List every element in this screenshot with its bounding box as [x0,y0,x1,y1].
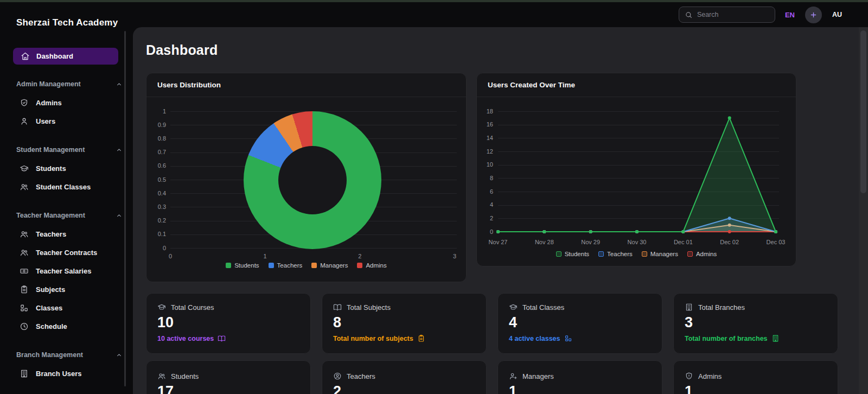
sidebar-item-student-classes[interactable]: Student Classes [13,177,133,196]
sidebar-section-student-management: Student ManagementStudentsStudent Classe… [13,145,133,196]
stat-footer-link[interactable]: 10 active courses [157,334,299,342]
users-icon [157,372,166,380]
sidebar-item-label: Teacher Contracts [36,249,97,257]
stats-row: Total Courses1010 active coursesTotal Su… [146,293,846,354]
data-point-students [728,116,731,119]
avatar[interactable]: AU [832,11,842,18]
section-header-student-management[interactable]: Student Management [16,145,130,155]
sidebar-item-users[interactable]: Users [13,112,133,130]
sidebar-item-admins[interactable]: Admins [13,93,133,112]
data-point-teachers [728,217,731,220]
page-title: Dashboard [146,42,846,58]
legend-item-students[interactable]: Students [556,251,589,257]
y-tick-label: 0 [151,245,166,251]
legend-swatch [642,251,647,257]
sidebar-scrollbar[interactable] [124,31,126,386]
sidebar-item-teachers[interactable]: Teachers [13,225,133,243]
sidebar-item-teacher-salaries[interactable]: Teacher Salaries [13,262,133,280]
home-icon [21,52,30,61]
building-icon [20,369,29,378]
clock-icon [20,322,29,331]
sidebar-item-label: Subjects [36,285,65,294]
users-icon [20,182,29,192]
sidebar-item-classes[interactable]: Classes [13,298,133,317]
stat-card-total-subjects: Total Subjects8Total number of subjects [322,293,487,354]
data-point-students [681,230,685,233]
stat-card-total-branches: Total Branches3Total number of branches [673,293,838,354]
x-tick-label: Nov 27 [489,239,508,245]
chevron-up-icon [115,212,123,220]
chart-title: Users Distribution [157,81,221,89]
sidebar-item-schedule[interactable]: Schedule [13,317,133,335]
sidebar-item-label: Student Classes [36,183,91,191]
user-card-label: Admins [698,372,722,380]
banknote-icon [20,266,29,276]
data-point-admins [728,230,731,233]
search-input[interactable] [697,11,769,18]
users-distribution-chart: 10.90.80.70.60.50.40.30.20.100123Student… [146,97,466,282]
sidebar-nav: DashboardAdmin ManagementAdminsUsersStud… [0,48,133,383]
sidebar-item-label: Branch Users [36,370,82,378]
stat-value: 10 [157,314,299,331]
chart-legend: StudentsTeachersManagersAdmins [477,251,796,257]
sidebar-item-teacher-contracts[interactable]: Teacher Contracts [13,243,133,262]
y-tick-label: 0.1 [151,231,166,237]
search-box[interactable] [679,7,775,23]
x-tick-label: Dec 02 [720,239,739,245]
sidebar-item-dashboard[interactable]: Dashboard [13,48,118,65]
y-tick-label: 8 [479,175,493,181]
legend-item-managers[interactable]: Managers [311,262,348,269]
legend-item-students[interactable]: Students [226,262,259,269]
shield-alert-icon [685,372,693,380]
legend-item-admins[interactable]: Admins [687,251,717,257]
y-tick-label: 0 [479,228,493,235]
y-tick-label: 16 [479,121,493,128]
legend-label: Admins [696,251,717,257]
legend-item-teachers[interactable]: Teachers [598,251,633,257]
sidebar-item-students[interactable]: Students [13,159,133,177]
sidebar-item-branch-users[interactable]: Branch Users [13,364,133,383]
scrollbar-thumb[interactable] [860,30,866,193]
legend-item-admins[interactable]: Admins [357,262,386,269]
legend-item-teachers[interactable]: Teachers [269,262,303,269]
section-label: Teacher Management [16,212,85,219]
stat-footer-link[interactable]: Total number of branches [685,334,827,342]
sidebar-item-subjects[interactable]: Subjects [13,280,133,298]
y-tick-label: 18 [479,108,493,115]
legend-item-managers[interactable]: Managers [642,251,678,257]
stat-footer-link[interactable]: Total number of subjects [333,334,475,342]
page-scrollbar[interactable] [859,27,868,394]
stat-label: Total Courses [171,303,214,312]
x-tick-label: Dec 03 [767,239,786,245]
y-tick-label: 0.7 [151,149,166,155]
layout-icon [20,303,29,313]
users-icon [20,230,29,239]
sidebar-item-label: Admins [36,99,62,107]
section-header-admin-management[interactable]: Admin Management [16,79,130,89]
stat-card-header: Total Classes [509,303,651,312]
legend-label: Teachers [277,262,303,269]
x-tick-label: Nov 28 [535,239,554,245]
user-card-header: Admins [685,372,827,380]
graduation-cap-icon [509,303,518,312]
section-header-branch-management[interactable]: Branch Management [16,350,130,360]
add-button[interactable] [805,7,822,23]
plus-icon [809,10,818,20]
graduation-cap-icon [157,303,166,312]
sidebar-section-teacher-management: Teacher ManagementTeachersTeacher Contra… [13,211,133,335]
y-tick-label: 0.3 [151,204,166,210]
users-created-card: Users Created Over Time 181614121086420N… [476,73,796,266]
chart-card-header: Users Distribution [146,73,466,97]
stat-card-total-courses: Total Courses1010 active courses [146,293,311,354]
stat-label: Total Branches [698,303,745,312]
language-toggle[interactable]: EN [785,11,795,19]
y-tick-label: 0.9 [151,122,166,128]
section-header-teacher-management[interactable]: Teacher Management [16,211,130,220]
x-tick-label: 2 [358,253,361,259]
stat-value: 8 [333,314,475,331]
stat-footer-link[interactable]: 4 active classes [509,334,651,342]
sidebar-item-label: Dashboard [36,52,73,60]
sidebar-section-branch-management: Branch ManagementBranch Users [13,350,133,383]
stat-label: Total Classes [522,303,564,312]
user-card-value: 17 [157,383,299,394]
